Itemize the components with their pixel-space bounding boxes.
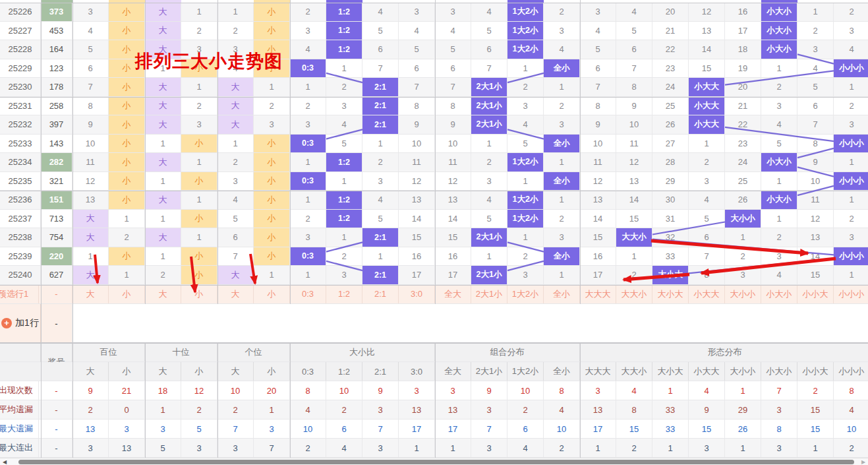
preselect-option-cell[interactable]: 1大2小 xyxy=(507,285,544,304)
miss-count-cell: 1 xyxy=(254,78,290,96)
preselect-option-cell[interactable]: 小大小 xyxy=(761,285,797,304)
preselect-option-cell[interactable]: 小大大 xyxy=(689,285,725,304)
group-row-separator xyxy=(0,285,868,286)
hit-cell: 小 xyxy=(109,153,145,171)
preselect-option-cell[interactable]: 小 xyxy=(109,285,145,304)
scrollbar-thumb[interactable] xyxy=(18,460,854,464)
miss-count-cell: 21 xyxy=(652,22,689,40)
prize-number-cell: 151 xyxy=(41,191,72,209)
miss-count-cell: 1 xyxy=(145,172,181,191)
hit-cell: 小 xyxy=(109,97,145,115)
prize-number-cell: 282 xyxy=(41,153,72,171)
hit-cell: 小 xyxy=(254,191,290,209)
summary-value-cell: 9 xyxy=(72,381,109,400)
preselect-option-cell[interactable]: 0:3 xyxy=(290,285,326,304)
miss-count-cell: 3 xyxy=(72,3,109,21)
sub-header-cell: 全大 xyxy=(435,362,471,381)
summary-value-cell: 1 xyxy=(652,439,689,457)
summary-value-cell: 10 xyxy=(507,381,544,400)
miss-count-cell: 11 xyxy=(580,153,616,171)
hit-cell: 1大2小 xyxy=(507,22,544,40)
preselect-option-cell[interactable]: 大小小 xyxy=(725,285,761,304)
miss-count-cell: 3 xyxy=(181,115,217,134)
summary-value-cell: 8 xyxy=(290,381,326,400)
miss-count-cell: 20 xyxy=(652,3,689,21)
miss-count-cell: 1 xyxy=(326,228,362,247)
miss-count-cell: 1 xyxy=(326,59,362,78)
preselect-option-cell[interactable]: 全小 xyxy=(544,285,580,304)
miss-count-cell: 8 xyxy=(797,135,834,153)
preselect-option-cell[interactable]: 大大大 xyxy=(580,285,616,304)
preselect-option-cell[interactable]: 1:2 xyxy=(326,285,362,304)
hit-cell: 小 xyxy=(254,3,290,21)
hit-cell: 小 xyxy=(254,228,290,247)
preselect-option-cell[interactable]: 大小大 xyxy=(652,285,689,304)
summary-value-cell: 7 xyxy=(217,419,254,438)
summary-value-cell: 7 xyxy=(254,439,290,457)
issue-cell: 25237 xyxy=(0,210,41,228)
miss-count-cell: 3 xyxy=(326,266,362,284)
summary-value-cell: 4 xyxy=(689,381,725,400)
miss-count-cell: 6 xyxy=(72,59,109,78)
miss-count-cell: 4 xyxy=(580,22,616,40)
miss-count-cell: 1 xyxy=(145,210,181,228)
issue-cell: 25231 xyxy=(0,97,41,115)
miss-count-cell: 6 xyxy=(362,40,399,59)
hit-cell: 小小小 xyxy=(834,59,868,78)
preselect-option-cell[interactable]: 3:0 xyxy=(399,285,435,304)
preselect-option-cell[interactable]: 大 xyxy=(217,285,254,304)
miss-count-cell: 12 xyxy=(580,172,616,191)
miss-count-cell: 1 xyxy=(217,3,254,21)
scrollbar-left-arrow-icon[interactable]: ◀ xyxy=(0,458,9,465)
summary-value-cell: 6 xyxy=(326,419,362,438)
miss-count-cell: 14 xyxy=(399,210,435,228)
summary-value-cell: 3 xyxy=(580,381,616,400)
preselect-option-cell[interactable]: 全大 xyxy=(435,285,471,304)
preselect-option-cell[interactable]: 2大1小 xyxy=(471,285,507,304)
hit-cell: 1:2 xyxy=(326,40,362,59)
scrollbar-right-arrow-icon[interactable]: ▶ xyxy=(859,458,868,465)
trend-row: 25238754大2大16小312:115152大1小1315大大小326121… xyxy=(0,228,868,247)
summary-value-cell: 15 xyxy=(616,419,652,438)
preselect-option-cell[interactable]: 大大小 xyxy=(616,285,652,304)
summary-value-cell: 12 xyxy=(181,381,217,400)
hit-cell: 0:3 xyxy=(290,247,326,266)
miss-count-cell: 21 xyxy=(725,97,761,115)
summary-value-cell: 33 xyxy=(652,419,689,438)
preselect-option-cell[interactable]: 大 xyxy=(145,285,181,304)
miss-count-cell: 10 xyxy=(616,115,652,134)
add-row-button[interactable]: +加1行 xyxy=(0,304,41,342)
lottery-trend-chart-page: 252263733小大11小21:243341大2小234201216小大小12… xyxy=(0,0,868,465)
hit-cell: 小 xyxy=(254,172,290,191)
miss-count-cell: 5 xyxy=(761,135,797,153)
hit-cell: 小小小 xyxy=(834,247,868,266)
miss-count-cell: 15 xyxy=(435,228,471,247)
preselect-option-cell[interactable]: 小 xyxy=(254,285,290,304)
trend-row: 25240627大12小大1132:117172大1小31172大小大83415… xyxy=(0,266,868,285)
preselect-option-cell[interactable]: 小小大 xyxy=(797,285,834,304)
miss-count-cell: 1 xyxy=(290,266,326,284)
miss-count-cell: 23 xyxy=(652,59,689,78)
miss-count-cell: 12 xyxy=(797,210,834,228)
miss-count-cell: 10 xyxy=(399,135,435,153)
miss-count-cell: 2 xyxy=(290,3,326,21)
summary-value-cell: 1 xyxy=(725,439,761,457)
group-header-十位: 十位 xyxy=(145,343,217,361)
group-header-个位: 个位 xyxy=(217,343,290,361)
preselect-option-cell[interactable]: 小小小 xyxy=(834,285,868,304)
preselect-option-cell[interactable]: 大 xyxy=(72,285,109,304)
sub-header-cell: 大小大 xyxy=(652,362,689,381)
hit-cell: 小 xyxy=(181,135,217,153)
issue-cell: 25227 xyxy=(0,22,41,40)
summary-value-cell: 1 xyxy=(725,381,761,400)
miss-count-cell: 2 xyxy=(834,3,868,21)
hit-cell: 小大小 xyxy=(761,3,797,21)
miss-count-cell: 9 xyxy=(435,115,471,134)
hit-cell: 全小 xyxy=(544,172,580,191)
horizontal-scrollbar[interactable]: ◀ ▶ xyxy=(0,458,868,465)
prize-number-cell: 220 xyxy=(41,247,72,266)
miss-count-cell: 18 xyxy=(725,40,761,59)
preselect-option-cell[interactable]: 2:1 xyxy=(362,285,399,304)
preselect-option-cell[interactable]: 小 xyxy=(181,285,217,304)
hit-cell: 大 xyxy=(72,228,109,247)
